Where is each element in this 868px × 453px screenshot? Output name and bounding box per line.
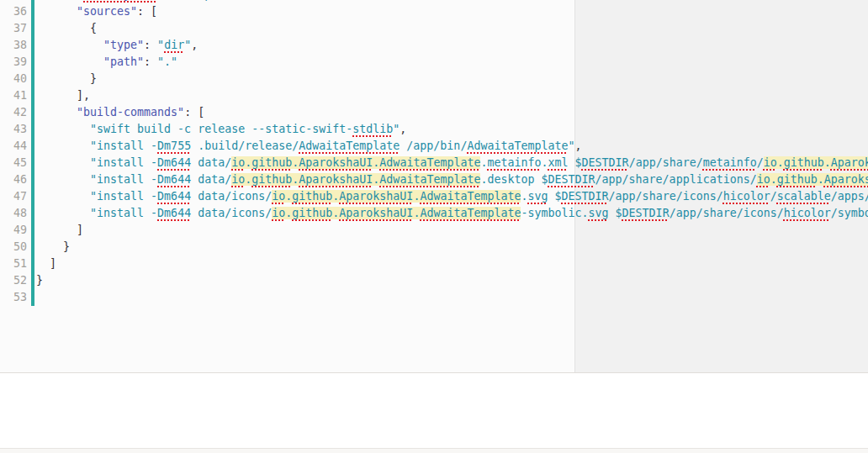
- code-line[interactable]: "install -Dm644 data/icons/io.github.Apa…: [36, 205, 868, 222]
- line-number-gutter: 363738394041424344454647484950515253: [0, 3, 27, 306]
- code-line[interactable]: "build-commands": [: [36, 104, 868, 121]
- code-line[interactable]: "install -Dm644 data/io.github.Aparoksha…: [36, 171, 868, 188]
- window-bottom-strip: [0, 449, 868, 453]
- code-line[interactable]: {: [36, 20, 868, 37]
- code-line[interactable]: "path": ".": [36, 54, 868, 71]
- code-line[interactable]: "install -Dm755 .build/release/AdwaitaTe…: [36, 138, 868, 155]
- line-number: 44: [0, 138, 27, 155]
- line-number: 48: [0, 205, 27, 222]
- line-number: 47: [0, 188, 27, 205]
- code-line[interactable]: ],: [36, 87, 868, 104]
- code-line[interactable]: }: [36, 239, 868, 255]
- line-number: 38: [0, 37, 27, 54]
- code-line[interactable]: ]: [36, 255, 868, 272]
- line-number: 45: [0, 155, 27, 171]
- code-line[interactable]: "install -Dm644 data/icons/io.github.Apa…: [36, 188, 868, 205]
- line-number: 42: [0, 104, 27, 121]
- search-replace-bar: io.github.AparokshaUI.AdwaitaTemplate 0 …: [0, 373, 868, 448]
- line-number: 51: [0, 255, 27, 272]
- line-number: 43: [0, 121, 27, 138]
- code-line[interactable]: "sources": [: [36, 3, 868, 20]
- code-line[interactable]: }: [36, 71, 868, 87]
- code-line[interactable]: [36, 289, 868, 306]
- code-editor[interactable]: 363738394041424344454647484950515253 "bu…: [0, 0, 868, 372]
- line-number: 52: [0, 272, 27, 289]
- code-area[interactable]: "buildsystem": "simple", "sources": [ { …: [36, 0, 868, 306]
- code-line[interactable]: ]: [36, 222, 868, 239]
- line-number: 39: [0, 54, 27, 71]
- code-line[interactable]: "install -Dm644 data/io.github.Aparoksha…: [36, 155, 868, 171]
- line-number: 36: [0, 3, 27, 20]
- line-number: 53: [0, 289, 27, 306]
- code-line[interactable]: "type": "dir",: [36, 37, 868, 54]
- code-line[interactable]: }: [36, 272, 868, 289]
- line-number: 40: [0, 71, 27, 87]
- git-change-bar: [31, 0, 34, 306]
- line-number: 37: [0, 20, 27, 37]
- line-number: 50: [0, 239, 27, 255]
- line-number: 49: [0, 222, 27, 239]
- code-line[interactable]: "swift build -c release --static-swift-s…: [36, 121, 868, 138]
- line-number: 46: [0, 171, 27, 188]
- line-number: 41: [0, 87, 27, 104]
